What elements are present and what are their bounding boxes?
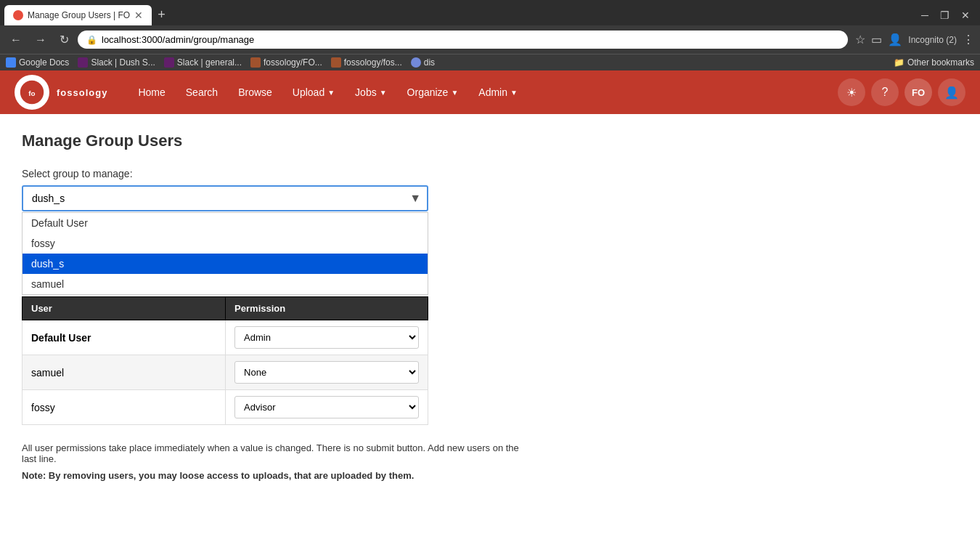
bookmark-fossology-2[interactable]: fossology/fos...: [331, 57, 402, 68]
table-header-row: User Permission: [23, 297, 428, 320]
user-role-cell: None User Admin Advisor: [226, 355, 428, 390]
incognito-label: Incognito (2): [908, 35, 957, 45]
nav-browse[interactable]: Browse: [229, 81, 281, 104]
nav-jobs[interactable]: Jobs ▼: [346, 81, 395, 104]
forward-btn[interactable]: →: [30, 31, 51, 49]
users-table: User Permission Default User None User A…: [22, 296, 428, 425]
new-tab-button[interactable]: +: [152, 4, 171, 25]
col-header-permission: Permission: [226, 297, 428, 320]
restore-btn[interactable]: ❐: [936, 7, 954, 24]
address-bar[interactable]: 🔒: [78, 31, 848, 49]
other-bookmarks-label: Other bookmarks: [907, 57, 974, 68]
folder-icon: 📁: [894, 57, 905, 68]
incognito-icon[interactable]: 👤: [888, 33, 902, 46]
bookmark-label: Slack | Dush S...: [91, 57, 155, 68]
upload-caret-icon: ▼: [327, 89, 335, 97]
nav-organize[interactable]: Organize ▼: [399, 81, 467, 104]
fossology-favicon-2: [331, 57, 341, 68]
browser-chrome: Manage Group Users | FO ✕ + ─ ❐ ✕ ← → ↻ …: [0, 0, 980, 70]
nav-search[interactable]: Search: [177, 81, 226, 104]
other-bookmarks[interactable]: 📁 Other bookmarks: [894, 57, 974, 68]
fossology-logo-svg: fo: [19, 79, 45, 105]
lock-icon: 🔒: [86, 35, 97, 45]
info-text: All user permissions take place immediat…: [22, 442, 530, 464]
note-text: Note: By removing users, you may loose a…: [22, 470, 530, 481]
reload-btn[interactable]: ↻: [55, 30, 73, 49]
app-header: fo fossology Home Search Browse Upload ▼…: [0, 70, 980, 114]
select-wrapper: Default User fossy dush_s samuel ▼: [22, 185, 428, 211]
slack-favicon: [78, 57, 88, 68]
bookmark-slack-2[interactable]: Slack | general...: [164, 57, 242, 68]
svg-text:fo: fo: [28, 89, 35, 97]
dropdown-item-fossy[interactable]: fossy: [23, 233, 428, 254]
close-btn[interactable]: ✕: [957, 7, 974, 24]
nav-home[interactable]: Home: [129, 81, 173, 104]
user-name-cell: fossy: [23, 390, 226, 425]
organize-caret-icon: ▼: [451, 89, 458, 97]
user-profile-btn[interactable]: 👤: [938, 78, 965, 106]
fossology-favicon-1: [250, 57, 261, 68]
bookmark-fossology-1[interactable]: fossology/FO...: [250, 57, 322, 68]
user-name-cell: samuel: [23, 355, 226, 390]
group-select-container: Default User fossy dush_s samuel ▼ Defau…: [22, 185, 428, 295]
logo-text: fossology: [57, 87, 107, 98]
bookmarks-bar: Google Docs Slack | Dush S... Slack | ge…: [0, 54, 980, 70]
url-input[interactable]: [102, 34, 839, 45]
fossy-role-select[interactable]: None User Admin Advisor: [234, 396, 419, 418]
dropdown-item-default-user[interactable]: Default User: [23, 213, 428, 233]
admin-caret-icon: ▼: [510, 89, 518, 97]
tab-close-btn[interactable]: ✕: [134, 9, 143, 21]
main-nav: Home Search Browse Upload ▼ Jobs ▼ Organ…: [129, 81, 838, 104]
back-btn[interactable]: ←: [6, 31, 26, 49]
nav-upload[interactable]: Upload ▼: [284, 81, 343, 104]
toolbar-icons: ☆ ▭ 👤 Incognito (2) ⋮: [855, 33, 974, 46]
slack-favicon-2: [164, 57, 174, 68]
dropdown-item-dush-s[interactable]: dush_s: [23, 254, 428, 274]
help-btn[interactable]: ?: [871, 78, 899, 106]
bookmark-label: dis: [424, 57, 435, 68]
logo-area: fo fossology: [15, 75, 107, 110]
nav-admin[interactable]: Admin ▼: [470, 81, 526, 104]
user-name-cell: Default User: [23, 320, 226, 355]
col-header-user: User: [23, 297, 226, 320]
bookmark-label: Slack | general...: [177, 57, 242, 68]
tab-extra-controls: ─ ❐ ✕: [917, 7, 980, 24]
active-tab[interactable]: Manage Group Users | FO ✕: [4, 5, 152, 25]
tab-title: Manage Group Users | FO: [28, 10, 130, 20]
user-role-cell: None User Admin Advisor: [226, 320, 428, 355]
menu-icon[interactable]: ⋮: [963, 33, 974, 46]
dropdown-item-samuel[interactable]: samuel: [23, 274, 428, 294]
tab-favicon: [13, 10, 23, 20]
bookmark-label: Google Docs: [19, 57, 69, 68]
bookmark-label: fossology/fos...: [344, 57, 402, 68]
table-row: fossy None User Admin Advisor: [23, 390, 428, 425]
table-row: samuel None User Admin Advisor: [23, 355, 428, 390]
fo-btn[interactable]: FO: [905, 78, 932, 106]
minimize-btn[interactable]: ─: [917, 7, 933, 24]
sidebar-icon[interactable]: ▭: [871, 33, 882, 46]
tab-bar: Manage Group Users | FO ✕ + ─ ❐ ✕: [0, 0, 980, 25]
star-icon[interactable]: ☆: [855, 33, 865, 46]
theme-toggle-btn[interactable]: ☀: [838, 78, 865, 106]
bookmark-dis[interactable]: dis: [411, 57, 435, 68]
page-content: Manage Group Users Select group to manag…: [0, 114, 980, 504]
bookmark-label: fossology/FO...: [264, 57, 322, 68]
page-title: Manage Group Users: [22, 132, 958, 150]
samuel-role-select[interactable]: None User Admin Advisor: [234, 361, 419, 384]
table-row: Default User None User Admin Advisor: [23, 320, 428, 355]
jobs-caret-icon: ▼: [380, 89, 387, 97]
group-select[interactable]: Default User fossy dush_s samuel: [22, 185, 428, 211]
default-user-role-select[interactable]: None User Admin Advisor: [234, 326, 419, 349]
bookmark-google-docs[interactable]: Google Docs: [6, 57, 69, 68]
dis-favicon: [411, 57, 421, 68]
dropdown-list: Default User fossy dush_s samuel: [22, 212, 428, 295]
select-label: Select group to manage:: [22, 168, 958, 179]
address-bar-row: ← → ↻ 🔒 ☆ ▭ 👤 Incognito (2) ⋮: [0, 25, 980, 54]
info-text-block: All user permissions take place immediat…: [22, 442, 530, 481]
logo-circle[interactable]: fo: [15, 75, 49, 110]
user-role-cell: None User Admin Advisor: [226, 390, 428, 425]
note-strong: Note: By removing users, you may loose a…: [22, 470, 414, 481]
google-docs-favicon: [6, 57, 16, 68]
bookmark-slack-1[interactable]: Slack | Dush S...: [78, 57, 155, 68]
header-actions: ☀ ? FO 👤: [838, 78, 965, 106]
